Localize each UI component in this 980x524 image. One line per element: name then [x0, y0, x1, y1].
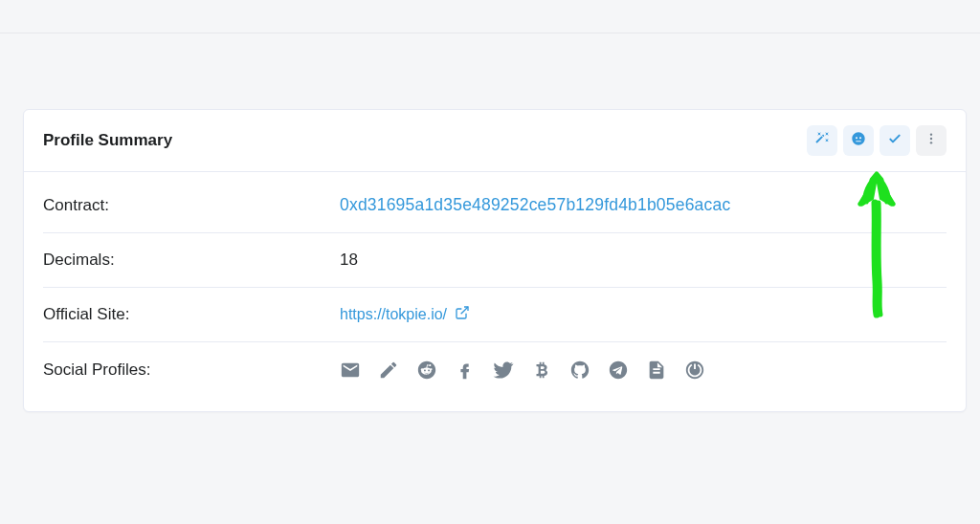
reddit-icon[interactable]: [416, 360, 437, 381]
official-site-link[interactable]: https://tokpie.io/: [340, 305, 470, 324]
decimals-row: Decimals: 18: [43, 233, 947, 288]
official-site-label: Official Site:: [43, 305, 340, 324]
svg-point-1: [930, 138, 932, 140]
twitter-icon[interactable]: [493, 360, 514, 381]
svg-line-3: [461, 307, 468, 314]
card-title: Profile Summary: [43, 131, 172, 150]
contract-label: Contract:: [43, 196, 340, 215]
more-button[interactable]: [916, 125, 947, 156]
decimals-value: 18: [340, 251, 358, 270]
official-site-row: Official Site: https://tokpie.io/: [43, 288, 947, 342]
face-button[interactable]: [843, 125, 874, 156]
top-divider: [0, 33, 980, 33]
svg-point-2: [930, 142, 932, 143]
official-site-url: https://tokpie.io/: [340, 306, 447, 323]
email-icon[interactable]: [340, 360, 361, 381]
face-icon: [851, 131, 866, 150]
check-button[interactable]: [880, 125, 910, 156]
external-link-icon: [455, 305, 470, 324]
contract-row: Contract: 0xd31695a1d35e489252ce57b129fd…: [43, 178, 947, 233]
svg-point-0: [930, 133, 932, 135]
bitcoin-icon[interactable]: [531, 360, 552, 381]
facebook-icon[interactable]: [455, 360, 476, 381]
magic-wand-button[interactable]: [807, 125, 837, 156]
document-icon[interactable]: [646, 360, 667, 381]
more-vertical-icon: [924, 131, 939, 150]
profile-summary-card: Profile Summary: [23, 109, 967, 412]
decimals-label: Decimals:: [43, 251, 340, 270]
social-icons: [340, 360, 705, 381]
header-actions: [807, 125, 947, 156]
github-icon[interactable]: [569, 360, 590, 381]
speedometer-icon[interactable]: [684, 360, 705, 381]
social-profiles-label: Social Profiles:: [43, 360, 340, 380]
magic-wand-icon: [814, 131, 830, 150]
social-profiles-row: Social Profiles:: [43, 342, 947, 398]
card-header: Profile Summary: [24, 110, 966, 172]
pencil-icon[interactable]: [378, 360, 399, 381]
card-body: Contract: 0xd31695a1d35e489252ce57b129fd…: [24, 172, 966, 411]
telegram-icon[interactable]: [608, 360, 629, 381]
check-icon: [887, 131, 902, 150]
contract-address-link[interactable]: 0xd31695a1d35e489252ce57b129fd4b1b05e6ac…: [340, 195, 730, 215]
